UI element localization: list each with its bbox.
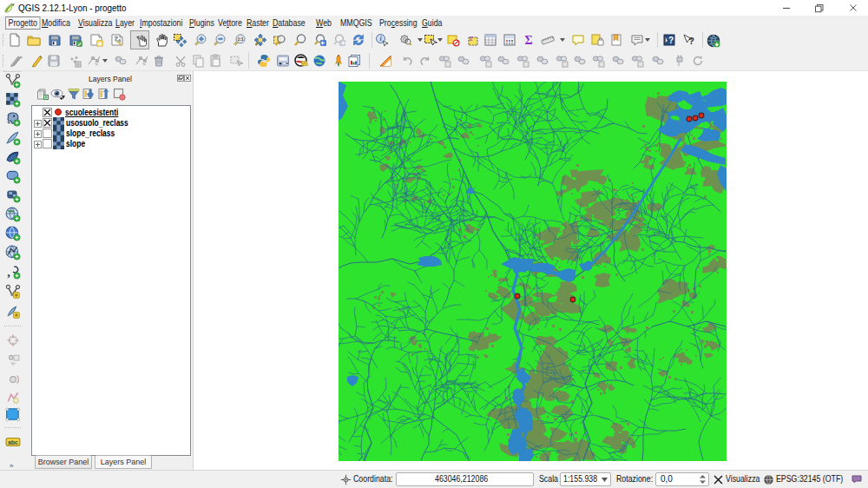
svg-text:Σ: Σ (524, 34, 532, 47)
svg-text:?: ? (688, 36, 694, 46)
svg-text:?: ? (668, 36, 674, 45)
svg-text:1:1: 1:1 (237, 36, 243, 42)
svg-text:abc: abc (8, 439, 18, 445)
svg-text:ε: ε (470, 33, 473, 43)
svg-text:,: , (7, 265, 10, 279)
